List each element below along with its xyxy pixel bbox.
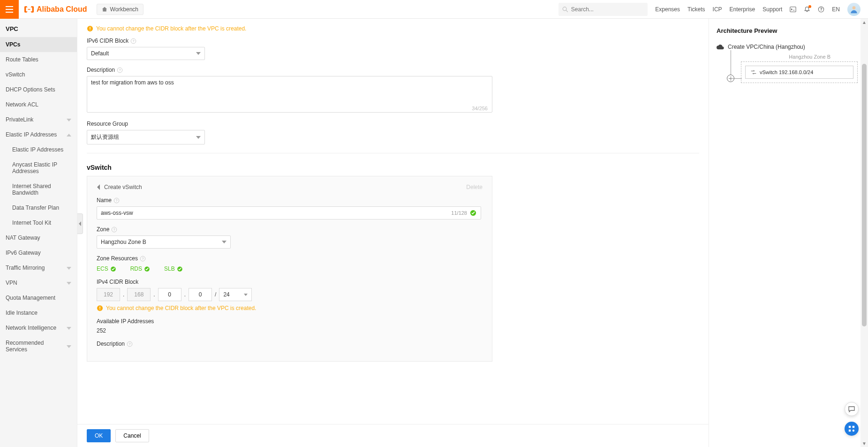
help-icon[interactable]: ? <box>140 256 146 262</box>
search-input[interactable] <box>571 6 644 13</box>
sidebar-item[interactable]: Idle Instance <box>0 305 77 320</box>
desc-counter: 34/256 <box>472 106 488 111</box>
resource-group-label: Resource Group <box>87 121 699 127</box>
notification-bell-icon[interactable] <box>804 6 810 13</box>
vertical-scrollbar[interactable]: ▲ ▼ <box>860 19 868 447</box>
sidebar-item[interactable]: PrivateLink <box>0 112 77 127</box>
cidr-octet-3[interactable]: 0 <box>158 288 181 301</box>
sidebar-collapse-handle[interactable] <box>77 213 83 234</box>
lang-switch[interactable]: EN <box>832 6 840 13</box>
svg-text:?: ? <box>129 341 131 346</box>
help-icon[interactable]: ? <box>117 67 123 73</box>
brand-text: Alibaba Cloud <box>37 5 87 14</box>
shell-icon[interactable] <box>790 6 796 13</box>
nav-support[interactable]: Support <box>762 6 782 13</box>
search-icon <box>562 6 568 13</box>
hamburger-icon <box>6 6 13 13</box>
sidebar-sub-item[interactable]: Internet Tool Kit <box>0 215 77 230</box>
sidebar-item[interactable]: VPCs <box>0 37 77 52</box>
user-avatar[interactable] <box>847 3 860 16</box>
cidr-warning-text: You cannot change the CIDR block after t… <box>96 25 246 32</box>
vsw-desc-label: Description ? <box>97 341 483 347</box>
sidebar-item[interactable]: Recommended Services <box>0 335 77 357</box>
resource-group-select[interactable]: 默认资源组 <box>87 130 205 144</box>
sidebar-item[interactable]: Quota Management <box>0 290 77 305</box>
workbench-button[interactable]: Workbench <box>97 4 143 15</box>
vswitch-section-title: vSwitch <box>87 164 699 171</box>
help-icon[interactable]: ? <box>130 38 136 44</box>
cidr-octet-4[interactable]: 0 <box>189 288 212 301</box>
check-circle-icon <box>110 266 116 272</box>
svg-rect-24 <box>853 426 854 428</box>
floating-apps-button[interactable] <box>845 422 859 436</box>
sidebar-sub-item[interactable]: Elastic IP Addresses <box>0 142 77 157</box>
menu-burger-button[interactable] <box>0 0 19 19</box>
delete-vswitch-link[interactable]: Delete <box>466 184 483 190</box>
sidebar-item[interactable]: Traffic Mirroring <box>0 260 77 275</box>
cancel-button[interactable]: Cancel <box>115 429 149 442</box>
sidebar-sub-item[interactable]: Data Transfer Plan <box>0 200 77 215</box>
zone-label: Zone ? <box>97 226 483 233</box>
brand-logo[interactable]: Alibaba Cloud <box>19 5 93 14</box>
nav-expenses[interactable]: Expenses <box>655 6 680 13</box>
workbench-label: Workbench <box>110 6 138 13</box>
zone-resource-ecs: ECS <box>97 265 116 272</box>
warning-icon <box>97 305 103 311</box>
sidebar-item[interactable]: Network ACL <box>0 97 77 112</box>
sidebar-item[interactable]: IPv6 Gateway <box>0 245 77 260</box>
sidebar-item[interactable]: Network Intelligence <box>0 320 77 335</box>
zone-value: Hangzhou Zone B <box>101 239 146 245</box>
nav-tickets[interactable]: Tickets <box>687 6 705 13</box>
scroll-thumb[interactable] <box>862 64 867 326</box>
chevron-left-icon <box>79 221 82 226</box>
sidebar-sub-item[interactable]: Anycast Elastic IP Addresses <box>0 157 77 179</box>
ipv6-label: IPv6 CIDR Block ? <box>87 38 699 44</box>
sidebar-item[interactable]: Elastic IP Addresses <box>0 127 77 142</box>
sidebar-item[interactable]: VPN <box>0 275 77 290</box>
form-area: You cannot change the CIDR block after t… <box>77 19 709 447</box>
sidebar-item[interactable]: DHCP Options Sets <box>0 82 77 97</box>
help-icon[interactable]: ? <box>127 341 133 347</box>
chevron-up-icon <box>67 131 71 138</box>
ipv6-select[interactable]: Default <box>87 47 205 60</box>
sidebar-item[interactable]: NAT Gateway <box>0 230 77 245</box>
help-icon[interactable]: ? <box>113 197 120 204</box>
check-circle-icon <box>470 210 476 216</box>
help-icon[interactable]: ? <box>111 227 117 233</box>
zone-select[interactable]: Hangzhou Zone B <box>97 235 231 249</box>
chevron-down-icon <box>67 325 71 331</box>
vswitch-panel: Create vSwitch Delete Name ? 11/128 <box>87 176 492 362</box>
scroll-down-arrow[interactable]: ▼ <box>862 441 867 446</box>
scroll-up-arrow[interactable]: ▲ <box>862 20 867 25</box>
svg-rect-1 <box>790 7 796 12</box>
ok-button[interactable]: OK <box>87 429 111 442</box>
sidebar-item[interactable]: Route Tables <box>0 52 77 67</box>
preview-vpc-row: Create VPC/China (Hangzhou) <box>717 44 860 50</box>
svg-text:?: ? <box>113 227 115 231</box>
vsw-name-input[interactable] <box>97 206 481 220</box>
cidr-octet-1: 192 <box>97 288 120 301</box>
header-right: Expenses Tickets ICP Enterprise Support … <box>655 3 868 16</box>
preview-zone-label: Hangzhou Zone B <box>717 54 830 60</box>
cidr-mask-select[interactable]: 24 <box>219 288 252 301</box>
global-search[interactable] <box>559 3 648 16</box>
panel-create-header[interactable]: Create vSwitch <box>97 184 142 190</box>
preview-title: Architecture Preview <box>717 27 860 34</box>
sidebar-title: VPC <box>0 19 77 37</box>
chevron-down-icon <box>67 343 71 349</box>
warning-icon <box>87 25 93 32</box>
svg-text:?: ? <box>142 256 144 260</box>
ipv4-cidr-row: 192. 168. 0. 0 / 24 <box>97 288 483 301</box>
sidebar-item[interactable]: vSwitch <box>0 67 77 82</box>
svg-text:?: ? <box>115 198 117 202</box>
zone-resources-label: Zone Resources ? <box>97 255 483 262</box>
nav-icp[interactable]: ICP <box>713 6 722 13</box>
description-textarea[interactable] <box>87 76 492 113</box>
vsw-name-label: Name ? <box>97 197 483 204</box>
cidr-warning-panel-text: You cannot change the CIDR block after t… <box>106 305 256 311</box>
nav-enterprise[interactable]: Enterprise <box>730 6 755 13</box>
sidebar-sub-item[interactable]: Internet Shared Bandwidth <box>0 179 77 200</box>
help-icon[interactable] <box>818 6 824 13</box>
floating-chat-button[interactable] <box>845 402 859 416</box>
svg-rect-23 <box>849 426 851 428</box>
